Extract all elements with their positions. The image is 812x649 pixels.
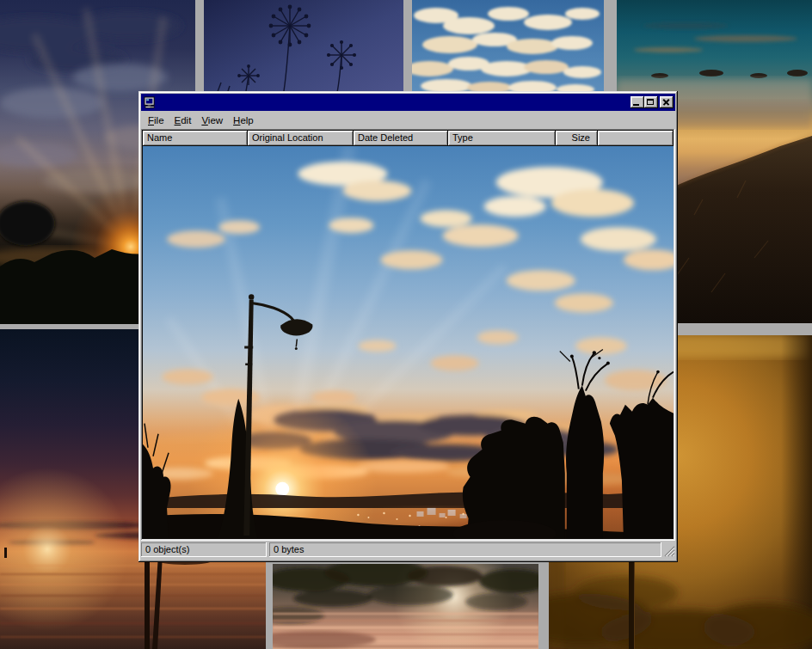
wallpaper-dried-flower-silhouette-photo (204, 0, 403, 96)
list-view[interactable]: Name Original Location Date Deleted Type… (141, 129, 675, 541)
wallpaper-water-reflection-photo (273, 564, 538, 649)
sunset-streetlamp-photo (143, 146, 674, 539)
status-objects: 0 object(s) (141, 542, 267, 557)
menu-bar: File Edit View Help (141, 111, 675, 129)
column-header-original-location[interactable]: Original Location (248, 131, 354, 146)
minimize-icon (633, 104, 639, 106)
window-titlebar[interactable] (141, 94, 675, 111)
wallpaper-altocumulus-sky-photo (412, 0, 604, 96)
resize-grip[interactable] (664, 546, 675, 557)
menu-edit[interactable]: Edit (169, 113, 197, 127)
minimize-button[interactable] (631, 96, 644, 108)
computer-icon (144, 96, 157, 109)
close-button[interactable] (660, 96, 674, 108)
menu-file[interactable]: File (143, 113, 169, 127)
recycle-bin-window: File Edit View Help Name Original Locati… (138, 91, 678, 562)
status-bar: 0 object(s) 0 bytes (141, 541, 675, 560)
column-header-blank[interactable] (598, 131, 674, 146)
column-header-type[interactable]: Type (448, 131, 556, 146)
menu-help[interactable]: Help (228, 113, 259, 127)
column-header-date-deleted[interactable]: Date Deleted (354, 131, 448, 146)
status-bytes: 0 bytes (269, 542, 661, 557)
maximize-icon (647, 99, 654, 105)
column-header-size[interactable]: Size (556, 131, 598, 146)
menu-view[interactable]: View (196, 113, 228, 127)
column-header-row: Name Original Location Date Deleted Type… (143, 131, 674, 146)
maximize-button[interactable] (644, 96, 658, 108)
column-header-name[interactable]: Name (143, 131, 248, 146)
desktop: File Edit View Help Name Original Locati… (0, 0, 812, 649)
